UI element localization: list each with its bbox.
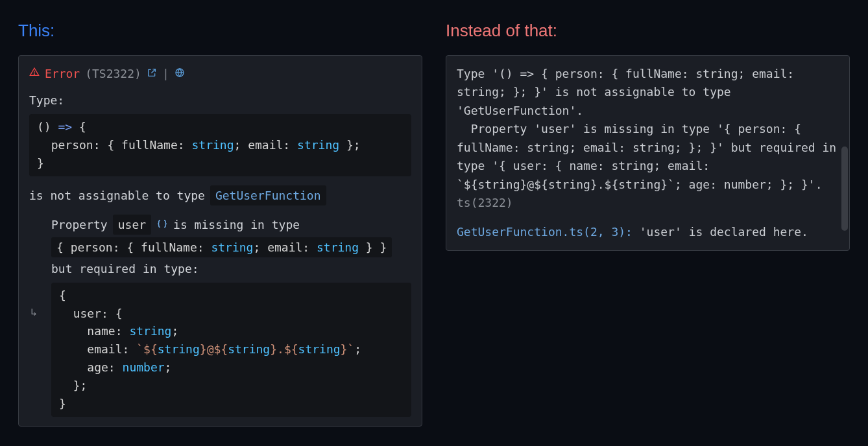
pretty-error-panel: Error (TS2322) | Type: () => { person: {… bbox=[18, 55, 422, 427]
target-type-chip[interactable]: GetUserFunction bbox=[210, 185, 326, 205]
required-type-code: { user: { name: string; email: `${string… bbox=[51, 283, 411, 417]
property-name-chip: user bbox=[113, 215, 151, 235]
source-type-code: () => { person: { fullName: string; emai… bbox=[29, 114, 411, 176]
missing-text: is missing in type bbox=[173, 216, 300, 233]
not-assignable-text: is not assignable to type bbox=[29, 187, 205, 204]
heading-that: Instead of that: bbox=[446, 18, 850, 43]
property-label: Property bbox=[51, 216, 108, 233]
external-link-icon[interactable] bbox=[147, 65, 157, 82]
source-link[interactable]: GetUserFunction.ts(2, 3): bbox=[457, 225, 633, 239]
svg-point-1 bbox=[34, 73, 34, 74]
source-link-tail: 'user' is declared here. bbox=[633, 225, 808, 239]
error-header: Error (TS2322) | bbox=[29, 65, 411, 82]
but-required-text: but required in type: bbox=[51, 260, 199, 277]
right-column: Instead of that: Type '() => { person: {… bbox=[446, 18, 850, 428]
raw-error-line-2: Property 'user' is missing in type '{ pe… bbox=[457, 120, 839, 212]
separator: | bbox=[162, 65, 169, 82]
warning-icon bbox=[29, 66, 40, 82]
braces-icon[interactable] bbox=[156, 218, 168, 230]
raw-error-source: GetUserFunction.ts(2, 3): 'user' is decl… bbox=[457, 223, 839, 241]
scrollbar[interactable] bbox=[841, 147, 848, 231]
arrow-icon: ↳ bbox=[30, 305, 37, 320]
raw-error-panel: Type '() => { person: { fullName: string… bbox=[446, 55, 850, 251]
required-type-wrapper: ↳ { user: { name: string; email: `${stri… bbox=[51, 283, 411, 417]
globe-icon[interactable] bbox=[175, 65, 185, 82]
left-column: This: Error (TS2322) | Type: () => { per… bbox=[18, 18, 422, 428]
not-assignable-line: is not assignable to type GetUserFunctio… bbox=[29, 185, 411, 205]
type-label: Type: bbox=[29, 91, 411, 109]
heading-this: This: bbox=[18, 18, 422, 43]
error-label: Error bbox=[45, 65, 80, 82]
inline-type-chip: { person: { fullName: string; email: str… bbox=[51, 237, 392, 257]
detail-block: Property user is missing in type { perso… bbox=[51, 215, 411, 417]
raw-error-line-1: Type '() => { person: { fullName: string… bbox=[457, 65, 839, 120]
error-code: (TS2322) bbox=[85, 65, 141, 82]
